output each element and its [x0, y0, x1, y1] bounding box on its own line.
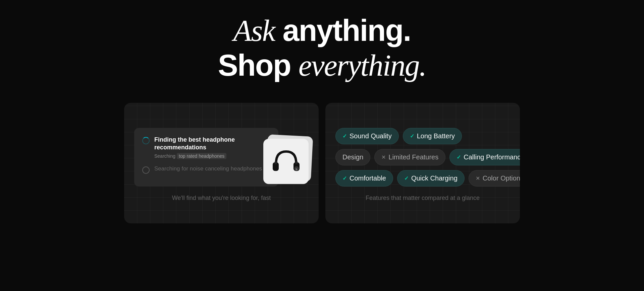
product-card-stack: b	[263, 139, 312, 188]
features-card: ✓ Sound Quality ✓ Long Battery Design ✕	[325, 103, 520, 223]
features-row-2: Design ✕ Limited Features ✓ Calling Perf…	[335, 149, 510, 165]
spinner-icon	[142, 137, 150, 144]
tag-label-quick-charging: Quick Charging	[411, 174, 458, 182]
hero-everything-italic: everything.	[299, 49, 426, 82]
check-icon-5: ✓	[404, 175, 409, 181]
tag-label-sound-quality: Sound Quality	[350, 132, 392, 140]
searching-label: Searching	[154, 153, 175, 159]
hero-shop: Shop	[218, 49, 299, 82]
tag-label-calling-performance: Calling Performance	[464, 153, 520, 161]
check-icon-3: ✓	[457, 154, 461, 160]
tag-label-long-battery: Long Battery	[417, 132, 455, 140]
tag-label-color-options: Color Options	[483, 174, 520, 182]
tag-sound-quality: ✓ Sound Quality	[335, 128, 399, 144]
active-search-item: Finding the best headphone recommendatio…	[142, 136, 270, 159]
search-sub-text: Searchingtop rated headphones	[154, 153, 270, 159]
search-result-box: Finding the best headphone recommendatio…	[134, 128, 278, 187]
right-card-caption: Features that matter compared at a glanc…	[335, 195, 510, 202]
tag-limited-features: ✕ Limited Features	[374, 149, 445, 165]
check-icon-2: ✓	[410, 133, 414, 139]
tag-comfortable: ✓ Comfortable	[335, 170, 393, 187]
search-card: Finding the best headphone recommendatio…	[124, 103, 319, 223]
hero-ask-italic: Ask	[233, 14, 275, 47]
features-grid: ✓ Sound Quality ✓ Long Battery Design ✕	[335, 128, 510, 187]
hero-heading: Ask anything. Shop everything.	[218, 13, 426, 83]
secondary-search-item: Searching for noise canceling headphones	[142, 165, 270, 174]
features-row-3: ✓ Comfortable ✓ Quick Charging ✕ Color O…	[335, 170, 510, 187]
cross-icon-2: ✕	[476, 175, 480, 181]
tag-design: Design	[335, 149, 370, 165]
tag-long-battery: ✓ Long Battery	[403, 128, 462, 144]
tag-label-design: Design	[342, 153, 363, 161]
secondary-search-text: Searching for noise canceling headphones	[154, 165, 270, 172]
search-text-block: Finding the best headphone recommendatio…	[154, 136, 270, 159]
check-icon-1: ✓	[342, 133, 347, 139]
svg-rect-2	[275, 161, 277, 164]
cards-container: Finding the best headphone recommendatio…	[0, 103, 644, 223]
features-row-1: ✓ Sound Quality ✓ Long Battery	[335, 128, 510, 144]
svg-rect-3	[296, 161, 298, 164]
product-card-front: b	[263, 139, 309, 184]
tag-label-limited-features: Limited Features	[388, 153, 438, 161]
page-wrapper: Ask anything. Shop everything. Finding t…	[0, 0, 644, 223]
tag-calling-performance: ✓ Calling Performance	[449, 149, 520, 165]
left-card-caption: We'll find what you're looking for, fast	[134, 195, 309, 202]
cross-icon-1: ✕	[381, 154, 386, 160]
hero-anything: anything.	[275, 14, 411, 47]
svg-text:b: b	[296, 167, 297, 170]
search-main-text: Finding the best headphone recommendatio…	[154, 136, 270, 152]
product-image-wrapper: b	[263, 139, 312, 188]
check-icon-4: ✓	[342, 175, 347, 181]
tag-color-options: ✕ Color Options	[469, 170, 520, 187]
circle-icon	[142, 166, 150, 174]
tag-label-comfortable: Comfortable	[350, 174, 386, 182]
search-keyword: top rated headphones	[177, 153, 226, 159]
hero-line1: Ask anything.	[218, 13, 426, 48]
headphone-icon: b	[269, 145, 303, 178]
secondary-search-label: Searching for noise canceling headphones	[154, 165, 270, 172]
hero-line2: Shop everything.	[218, 48, 426, 83]
tag-quick-charging: ✓ Quick Charging	[397, 170, 465, 187]
